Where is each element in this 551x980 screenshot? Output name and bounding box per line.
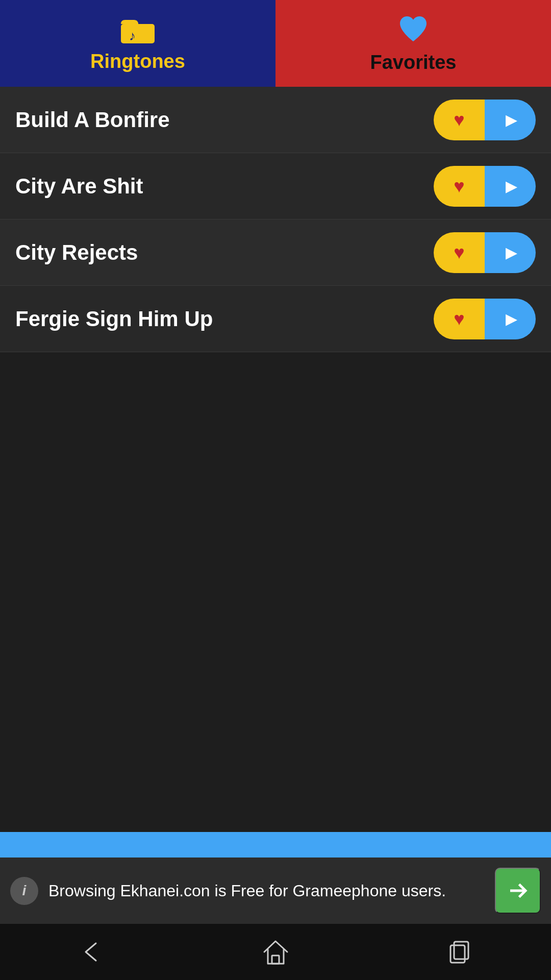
heart-icon: ♥: [454, 242, 464, 263]
list-item: Fergie Sign Him Up ♥ ▶: [0, 286, 551, 352]
favorite-button[interactable]: ♥: [434, 232, 485, 273]
tab-ringtones-label: Ringtones: [90, 51, 185, 72]
svg-text:♪: ♪: [129, 28, 136, 43]
svg-rect-0: [121, 24, 155, 43]
home-icon: [262, 938, 290, 966]
heart-tab-icon: [397, 13, 430, 46]
tab-bar: ♪ Ringtones Favorites: [0, 0, 551, 87]
heart-icon: ♥: [454, 308, 464, 330]
ringtone-list: Build A Bonfire ♥ ▶ City Are Shit ♥ ▶ Ci…: [0, 87, 551, 832]
list-item: City Are Shit ♥ ▶: [0, 153, 551, 219]
favorite-button[interactable]: ♥: [434, 100, 485, 140]
ringtone-title: Build A Bonfire: [15, 108, 170, 132]
recents-button[interactable]: [439, 932, 480, 972]
system-nav-bar: [0, 924, 551, 980]
play-button[interactable]: ▶: [485, 232, 536, 273]
play-button[interactable]: ▶: [485, 299, 536, 339]
heart-icon: ♥: [454, 176, 464, 197]
home-button[interactable]: [255, 932, 296, 972]
list-item: Build A Bonfire ♥ ▶: [0, 87, 551, 153]
folder-music-icon: ♪: [120, 15, 156, 45]
action-buttons: ♥ ▶: [434, 299, 536, 339]
heart-icon: ♥: [454, 109, 464, 131]
tab-favorites-label: Favorites: [370, 52, 457, 74]
empty-content-area: [0, 352, 551, 832]
action-buttons: ♥ ▶: [434, 166, 536, 207]
svg-rect-4: [454, 942, 468, 959]
ringtone-title: Fergie Sign Him Up: [15, 307, 213, 331]
banner-text: Browsing Ekhanei.con is Free for Grameep…: [48, 879, 485, 902]
action-buttons: ♥ ▶: [434, 100, 536, 140]
play-button[interactable]: ▶: [485, 100, 536, 140]
favorite-button[interactable]: ♥: [434, 166, 485, 207]
blue-strip: [0, 832, 551, 857]
arrow-right-icon: [505, 878, 531, 903]
action-buttons: ♥ ▶: [434, 232, 536, 273]
back-button[interactable]: [71, 932, 112, 972]
tab-ringtones[interactable]: ♪ Ringtones: [0, 0, 276, 87]
ringtone-title: City Are Shit: [15, 174, 143, 199]
back-icon: [78, 938, 106, 966]
info-icon: i: [10, 877, 38, 905]
ringtone-title: City Rejects: [15, 240, 138, 265]
list-item: City Rejects ♥ ▶: [0, 219, 551, 286]
favorite-button[interactable]: ♥: [434, 299, 485, 339]
recents-icon: [445, 938, 473, 966]
play-icon: ▶: [506, 310, 517, 328]
svg-rect-3: [450, 945, 465, 963]
play-icon: ▶: [506, 243, 517, 261]
play-button[interactable]: ▶: [485, 166, 536, 207]
tab-favorites[interactable]: Favorites: [276, 0, 551, 87]
svg-rect-2: [272, 955, 279, 964]
banner-ad: i Browsing Ekhanei.con is Free for Grame…: [0, 857, 551, 924]
play-icon: ▶: [506, 177, 517, 195]
banner-arrow-button[interactable]: [495, 868, 541, 914]
play-icon: ▶: [506, 111, 517, 129]
